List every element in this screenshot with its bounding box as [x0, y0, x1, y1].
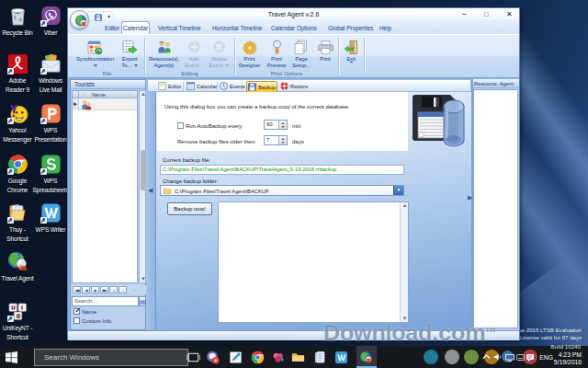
svg-text:U: U — [11, 305, 15, 310]
svg-text:O: O — [16, 313, 20, 318]
